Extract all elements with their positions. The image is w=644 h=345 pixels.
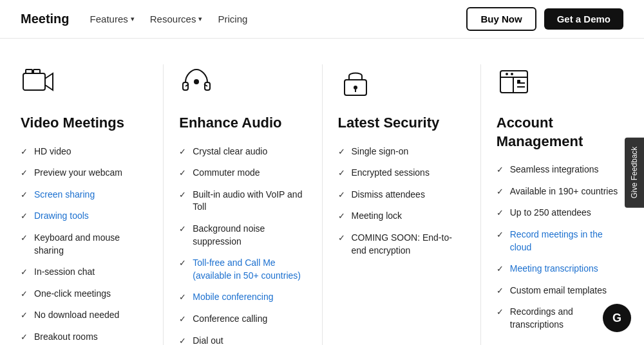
- feature-text: In-session chat: [34, 266, 95, 279]
- feature-text: Commuter mode: [193, 167, 260, 180]
- check-icon: [21, 331, 28, 343]
- check-icon: [21, 210, 28, 222]
- latest-security-heading: Latest Security: [338, 114, 465, 133]
- feature-link[interactable]: Drawing tools: [34, 210, 89, 223]
- list-item: Keyboard and mouse sharing: [21, 232, 147, 257]
- feature-text: Crystal clear audio: [193, 145, 267, 158]
- check-icon: [497, 229, 504, 241]
- enhance-audio-icon: [179, 64, 306, 101]
- check-icon: [179, 313, 186, 325]
- check-icon: [497, 263, 504, 275]
- check-icon: [21, 232, 28, 244]
- list-item: HD video: [21, 145, 147, 158]
- list-item: Available in 190+ countries: [497, 185, 623, 198]
- list-item: Preview your webcam: [21, 167, 147, 180]
- list-item: Record meetings in the cloud: [497, 228, 623, 254]
- check-icon: [497, 164, 504, 176]
- latest-security-list: Single sign-onEncrypted sessionsDismiss …: [338, 145, 465, 257]
- check-icon: [497, 285, 504, 297]
- feature-text: Keyboard and mouse sharing: [34, 232, 147, 257]
- list-item: Commuter mode: [179, 167, 306, 180]
- feature-link[interactable]: Toll-free and Call Me (available in 50+ …: [193, 257, 306, 282]
- list-item: Drawing tools: [21, 210, 147, 223]
- list-item: In-session chat: [21, 266, 147, 279]
- feature-text: Dial out: [193, 335, 223, 345]
- feature-text: Available in 190+ countries: [510, 185, 618, 198]
- list-item: No download needed: [21, 309, 147, 322]
- list-item: COMING SOON: End-to-end encryption: [338, 232, 465, 257]
- feature-link[interactable]: Record meetings in the cloud: [510, 228, 623, 254]
- list-item: Mobile conferencing: [179, 291, 306, 304]
- feedback-label: Give Feedback: [630, 147, 639, 199]
- feature-text: Single sign-on: [352, 145, 409, 158]
- check-icon: [179, 292, 186, 303]
- svg-rect-2: [26, 70, 32, 73]
- account-management-heading: Account Management: [497, 114, 623, 151]
- buy-now-button[interactable]: Buy Now: [466, 7, 536, 31]
- feature-text: Conference calling: [193, 313, 267, 326]
- check-icon: [497, 207, 504, 219]
- column-divider: [322, 64, 323, 345]
- feature-text: No download needed: [34, 309, 119, 322]
- main-content: Video MeetingsHD videoPreview your webca…: [0, 39, 644, 345]
- check-icon: [21, 167, 28, 179]
- g-badge[interactable]: G: [603, 304, 631, 332]
- list-item: Breakout rooms: [21, 331, 147, 344]
- feature-link[interactable]: Screen sharing: [34, 189, 95, 201]
- nav-links: Features▾Resources▾Pricing: [90, 14, 248, 24]
- svg-point-6: [194, 79, 199, 84]
- feature-text: Custom email templates: [510, 284, 607, 297]
- svg-rect-19: [517, 80, 520, 83]
- column-account-management: Account ManagementSeamless integrationsA…: [497, 64, 623, 345]
- list-item: Dial out: [179, 335, 306, 345]
- check-icon: [179, 257, 186, 269]
- feature-text: Meeting lock: [352, 210, 402, 223]
- list-item: Custom email templates: [497, 284, 623, 297]
- check-icon: [21, 189, 28, 201]
- check-icon: [21, 310, 28, 321]
- g-badge-label: G: [612, 312, 621, 325]
- logo[interactable]: Meeting: [21, 12, 70, 26]
- column-divider: [480, 64, 481, 345]
- check-icon: [21, 288, 28, 300]
- list-item: Meeting lock: [338, 210, 465, 223]
- feature-text: HD video: [34, 145, 71, 158]
- check-icon: [338, 167, 345, 179]
- list-item: Dismiss attendees: [338, 189, 465, 201]
- nav-link-pricing[interactable]: Pricing: [218, 14, 247, 24]
- feature-link[interactable]: Meeting transcriptions: [510, 263, 598, 275]
- svg-point-16: [511, 73, 513, 75]
- feature-text: Seamless integrations: [510, 163, 599, 176]
- check-icon: [179, 335, 186, 345]
- check-icon: [497, 306, 504, 318]
- feedback-tab[interactable]: Give Feedback: [625, 138, 644, 208]
- feature-text: Built-in audio with VoIP and Toll: [193, 189, 306, 214]
- list-item: One-click meetings: [21, 288, 147, 301]
- get-demo-button[interactable]: Get a Demo: [544, 8, 623, 30]
- feature-text: Dismiss attendees: [352, 189, 425, 201]
- svg-marker-1: [45, 73, 53, 90]
- chevron-down-icon: ▾: [198, 15, 202, 23]
- check-icon: [338, 189, 345, 201]
- nav-right: Buy Now Get a Demo: [466, 7, 623, 31]
- feature-link[interactable]: Mobile conferencing: [193, 291, 273, 304]
- feature-text: Background noise suppression: [193, 223, 306, 248]
- list-item: Background noise suppression: [179, 223, 306, 248]
- nav-left: Meeting Features▾Resources▾Pricing: [21, 12, 247, 26]
- svg-rect-0: [23, 73, 45, 90]
- svg-point-10: [354, 86, 357, 89]
- feature-text: One-click meetings: [34, 288, 111, 301]
- list-item: Seamless integrations: [497, 163, 623, 176]
- navbar: Meeting Features▾Resources▾Pricing Buy N…: [0, 0, 644, 39]
- nav-link-features[interactable]: Features▾: [90, 14, 135, 24]
- check-icon: [21, 146, 28, 158]
- feature-text: Encrypted sessions: [352, 167, 430, 180]
- enhance-audio-heading: Enhance Audio: [179, 114, 306, 133]
- check-icon: [179, 146, 186, 158]
- check-icon: [497, 186, 504, 198]
- list-item: Meeting transcriptions: [497, 263, 623, 275]
- list-item: Encrypted sessions: [338, 167, 465, 180]
- list-item: Single sign-on: [338, 145, 465, 158]
- nav-link-resources[interactable]: Resources▾: [150, 14, 203, 24]
- check-icon: [338, 232, 345, 244]
